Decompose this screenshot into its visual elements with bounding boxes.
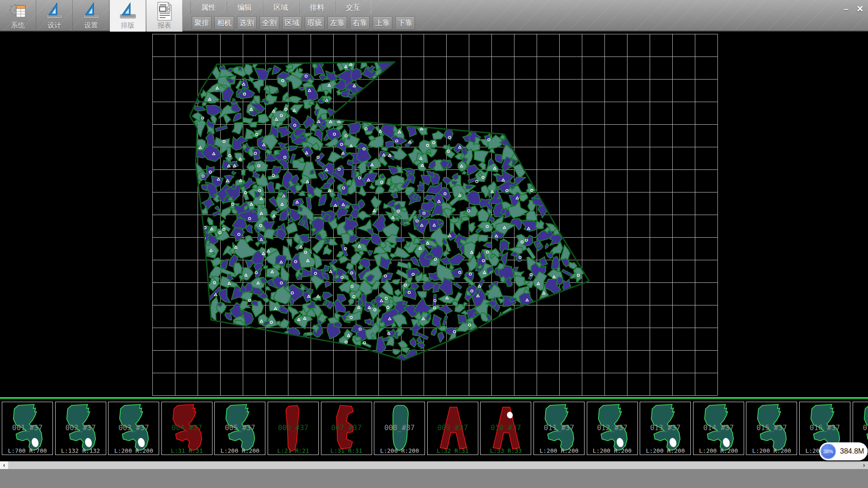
tool-button-右靠[interactable]: 右靠 xyxy=(350,16,370,30)
part-thumbnail-007_#37[interactable]: 007_#37 L:31 R:31 xyxy=(321,402,372,455)
mode-button-排版[interactable]: 排版 xyxy=(110,0,146,32)
tool-button-选割[interactable]: 选割 xyxy=(237,16,257,30)
part-thumbnail-006_#37[interactable]: 006_#37 L:21 R:21 xyxy=(268,402,319,455)
menu-item-区域[interactable]: 区域 xyxy=(263,1,299,14)
set-square-icon xyxy=(45,2,65,21)
window-controls: – ✕ xyxy=(840,2,866,15)
part-name: 006_#37 xyxy=(268,423,318,432)
part-counts: L:200 R:200 xyxy=(108,447,159,454)
mode-button-label: 排版 xyxy=(121,21,135,29)
part-name: 008_#37 xyxy=(374,423,425,432)
menu-item-属性[interactable]: 属性 xyxy=(190,1,226,14)
part-thumbnail-009_#37[interactable]: 009_#37 L:32 R:31 xyxy=(427,402,478,455)
mode-button-label: 设置 xyxy=(85,21,98,29)
part-counts: L:21 R:21 xyxy=(268,447,318,454)
part-counts: L:31 R:31 xyxy=(321,447,372,454)
tool-button-row: 聚排相机选割全割区域瑕疵左靠右靠上靠下靠 xyxy=(192,16,415,30)
tool-button-上靠[interactable]: 上靠 xyxy=(373,16,392,30)
close-button[interactable]: ✕ xyxy=(854,2,866,15)
mode-button-设置[interactable]: 设置 xyxy=(73,0,109,32)
part-counts: L:200 R:200 xyxy=(534,447,584,454)
system-gear-icon xyxy=(8,2,28,21)
part-counts: L:200 R:200 xyxy=(587,447,637,454)
part-name: 003_#37 xyxy=(108,423,159,432)
part-counts: L:200 R:200 xyxy=(215,447,265,454)
part-thumbnail-013_#37[interactable]: 013_#37 L:200 R:200 xyxy=(640,402,691,455)
part-counts: L:32 R:31 xyxy=(428,447,478,454)
part-counts: L:200 R:200 xyxy=(693,447,744,454)
menu-bar: 属性编辑区域排料交互 xyxy=(190,1,371,14)
part-thumbnail-004_#37[interactable]: 004_#37 L:31 R:31 xyxy=(161,402,212,455)
tool-button-相机[interactable]: 相机 xyxy=(214,16,234,30)
part-name: 002_#37 xyxy=(56,423,106,432)
part-counts: L:31 R:31 xyxy=(162,447,212,454)
part-name: 012_#37 xyxy=(587,423,637,432)
part-thumbnail-014_#37[interactable]: 014_#37 L:200 R:200 xyxy=(693,402,744,455)
tool-button-左靠[interactable]: 左靠 xyxy=(327,16,347,30)
minimize-button[interactable]: – xyxy=(840,2,852,15)
scroll-left-button[interactable]: ‹ xyxy=(0,461,8,469)
part-counts: L:33 R:33 xyxy=(481,447,531,454)
part-name: 005_#37 xyxy=(215,423,265,432)
memory-usage: 384.8M xyxy=(840,447,864,455)
tool-button-区域[interactable]: 区域 xyxy=(282,16,302,30)
nesting-canvas[interactable] xyxy=(0,32,868,397)
part-name: 004_#37 xyxy=(162,423,212,432)
menu-item-排料[interactable]: 排料 xyxy=(299,1,335,14)
mode-button-label: 报表 xyxy=(158,21,171,29)
part-name: 013_#37 xyxy=(640,423,690,432)
horizontal-scrollbar[interactable]: ‹ › xyxy=(0,461,868,469)
status-badge: 38% 384.8M xyxy=(819,442,868,460)
tool-button-下靠[interactable]: 下靠 xyxy=(395,16,415,30)
part-counts: L:200 R:200 xyxy=(640,447,690,454)
tool-button-瑕疵[interactable]: 瑕疵 xyxy=(305,16,325,30)
part-thumbnail-002_#37[interactable]: 002_#37 L:132 R:132 xyxy=(55,402,106,455)
mode-button-报表[interactable]: 报表 xyxy=(146,0,183,32)
part-thumbnail-003_#37[interactable]: 003_#37 L:200 R:200 xyxy=(108,402,159,455)
part-counts: L:200 R:200 xyxy=(746,447,797,454)
part-counts: L:700 R:700 xyxy=(2,447,52,454)
mode-button-设计[interactable]: 设计 xyxy=(37,0,73,32)
scroll-right-button[interactable]: › xyxy=(860,461,868,469)
part-name: 010_#37 xyxy=(481,423,531,432)
part-thumbnail-001_#37[interactable]: 001_#37 L:700 R:700 xyxy=(2,402,53,455)
toolbar: 系统 设计 设置 排版 报表 属性编辑区域排料交互 聚排相机选割全割区域瑕疵左靠… xyxy=(0,0,868,32)
mode-button-系统[interactable]: 系统 xyxy=(0,0,36,32)
part-name: 001_#37 xyxy=(2,423,52,432)
part-name: 007_#37 xyxy=(321,423,372,432)
part-name: 015_#37 xyxy=(746,423,797,432)
mode-button-label: 设计 xyxy=(48,21,61,29)
part-name: 016_#37 xyxy=(800,423,850,432)
mode-button-label: 系统 xyxy=(11,21,25,29)
part-thumbnail-015_#37[interactable]: 015_#37 L:200 R:200 xyxy=(746,402,797,455)
part-counts: L:132 R:132 xyxy=(56,447,106,454)
progress-ring: 38% xyxy=(821,444,836,459)
part-thumbnail-005_#37[interactable]: 005_#37 L:200 R:200 xyxy=(214,402,265,455)
workspace-area xyxy=(0,32,868,397)
tool-button-全割[interactable]: 全割 xyxy=(259,16,279,30)
application-window: 系统 设计 设置 排版 报表 属性编辑区域排料交互 聚排相机选割全割区域瑕疵左靠… xyxy=(0,0,868,488)
set-square-icon xyxy=(118,2,138,21)
part-name: 014_#37 xyxy=(693,423,744,432)
strip-separator-line xyxy=(0,399,868,399)
menu-item-编辑[interactable]: 编辑 xyxy=(226,1,263,14)
parts-thumbnail-strip: 001_#37 L:700 R:700 002_#37 L:132 R:132 … xyxy=(0,397,868,461)
set-square-icon xyxy=(81,2,101,21)
status-bar xyxy=(0,469,868,488)
part-thumbnail-008_#37[interactable]: 008_#37 L:200 R:200 xyxy=(374,402,425,455)
report-doc-icon xyxy=(155,1,175,21)
part-counts: L:200 R:200 xyxy=(374,447,425,454)
menu-item-交互[interactable]: 交互 xyxy=(335,1,371,14)
progress-percent: 38% xyxy=(823,449,833,454)
part-name: 017_#37 xyxy=(853,423,868,432)
tool-button-聚排[interactable]: 聚排 xyxy=(192,16,212,30)
part-thumbnail-011_#37[interactable]: 011_#37 L:200 R:200 xyxy=(533,402,585,455)
part-name: 009_#37 xyxy=(428,423,478,432)
part-thumbnail-012_#37[interactable]: 012_#37 L:200 R:200 xyxy=(587,402,638,455)
part-thumbnail-010_#37[interactable]: 010_#37 L:33 R:33 xyxy=(480,402,531,455)
part-name: 011_#37 xyxy=(534,423,584,432)
